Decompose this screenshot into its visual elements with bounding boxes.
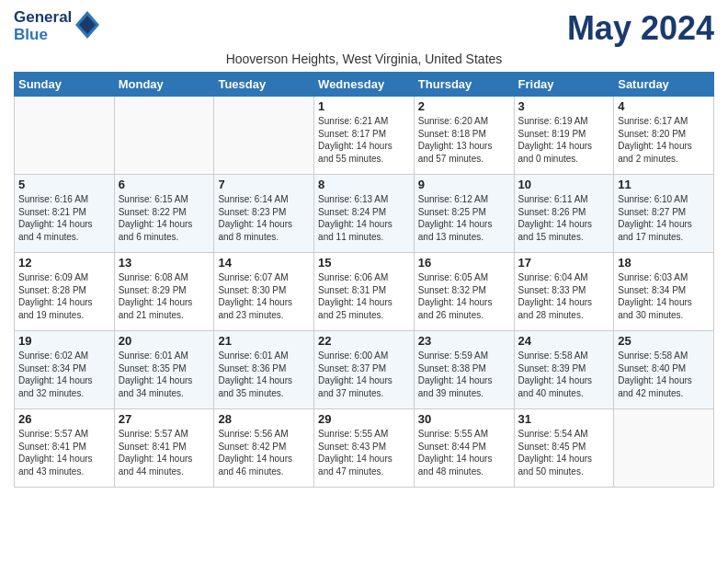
calendar-cell bbox=[614, 409, 714, 488]
day-number: 3 bbox=[518, 99, 610, 113]
calendar-cell bbox=[15, 97, 115, 175]
day-number: 25 bbox=[618, 334, 710, 348]
day-number: 5 bbox=[18, 178, 110, 191]
day-info: Sunrise: 6:14 AMSunset: 8:23 PMDaylight:… bbox=[218, 193, 310, 243]
day-number: 17 bbox=[518, 256, 610, 270]
weekday-header-thursday: Thursday bbox=[414, 73, 514, 97]
day-info: Sunrise: 5:56 AMSunset: 8:42 PMDaylight:… bbox=[218, 428, 310, 477]
day-number: 10 bbox=[518, 178, 610, 191]
calendar-cell: 28Sunrise: 5:56 AMSunset: 8:42 PMDayligh… bbox=[214, 409, 314, 488]
day-number: 16 bbox=[418, 256, 510, 270]
calendar-cell: 12Sunrise: 6:09 AMSunset: 8:28 PMDayligh… bbox=[15, 253, 115, 331]
day-number: 18 bbox=[618, 256, 710, 270]
day-info: Sunrise: 6:06 AMSunset: 8:31 PMDaylight:… bbox=[318, 271, 410, 321]
day-info: Sunrise: 6:09 AMSunset: 8:28 PMDaylight:… bbox=[18, 271, 110, 321]
day-info: Sunrise: 5:59 AMSunset: 8:38 PMDaylight:… bbox=[418, 350, 510, 399]
day-number: 23 bbox=[418, 334, 510, 348]
weekday-header-saturday: Saturday bbox=[614, 73, 714, 97]
day-number: 4 bbox=[618, 99, 710, 113]
calendar-cell: 24Sunrise: 5:58 AMSunset: 8:39 PMDayligh… bbox=[514, 331, 614, 409]
page: General Blue May 2024 Hooverson Heights,… bbox=[0, 0, 728, 497]
calendar-cell: 6Sunrise: 6:15 AMSunset: 8:22 PMDaylight… bbox=[114, 175, 214, 253]
day-number: 19 bbox=[18, 334, 110, 348]
calendar-cell: 13Sunrise: 6:08 AMSunset: 8:29 PMDayligh… bbox=[114, 253, 214, 331]
day-number: 21 bbox=[218, 334, 310, 348]
day-info: Sunrise: 6:21 AMSunset: 8:17 PMDaylight:… bbox=[318, 115, 410, 165]
day-info: Sunrise: 5:58 AMSunset: 8:39 PMDaylight:… bbox=[518, 350, 610, 399]
header: General Blue May 2024 bbox=[14, 9, 714, 48]
day-info: Sunrise: 6:16 AMSunset: 8:21 PMDaylight:… bbox=[18, 193, 110, 243]
calendar-cell: 27Sunrise: 5:57 AMSunset: 8:41 PMDayligh… bbox=[114, 409, 214, 488]
calendar-cell: 3Sunrise: 6:19 AMSunset: 8:19 PMDaylight… bbox=[514, 97, 614, 175]
day-info: Sunrise: 5:57 AMSunset: 8:41 PMDaylight:… bbox=[119, 428, 210, 477]
day-info: Sunrise: 6:19 AMSunset: 8:19 PMDaylight:… bbox=[518, 115, 610, 165]
day-info: Sunrise: 6:17 AMSunset: 8:20 PMDaylight:… bbox=[618, 115, 710, 165]
day-info: Sunrise: 6:12 AMSunset: 8:25 PMDaylight:… bbox=[418, 193, 510, 243]
day-info: Sunrise: 6:05 AMSunset: 8:32 PMDaylight:… bbox=[418, 271, 510, 321]
week-row-5: 26Sunrise: 5:57 AMSunset: 8:41 PMDayligh… bbox=[15, 409, 714, 488]
calendar-cell: 30Sunrise: 5:55 AMSunset: 8:44 PMDayligh… bbox=[414, 409, 514, 488]
day-info: Sunrise: 6:20 AMSunset: 8:18 PMDaylight:… bbox=[418, 115, 510, 165]
day-info: Sunrise: 6:07 AMSunset: 8:30 PMDaylight:… bbox=[218, 271, 310, 321]
day-number: 2 bbox=[418, 99, 510, 113]
calendar-cell: 23Sunrise: 5:59 AMSunset: 8:38 PMDayligh… bbox=[414, 331, 514, 409]
calendar-cell: 19Sunrise: 6:02 AMSunset: 8:34 PMDayligh… bbox=[15, 331, 115, 409]
day-info: Sunrise: 6:04 AMSunset: 8:33 PMDaylight:… bbox=[518, 271, 610, 321]
day-number: 7 bbox=[218, 178, 310, 191]
weekday-header-friday: Friday bbox=[514, 73, 614, 97]
calendar-cell: 9Sunrise: 6:12 AMSunset: 8:25 PMDaylight… bbox=[414, 175, 514, 253]
logo: General Blue bbox=[14, 9, 99, 43]
day-info: Sunrise: 6:10 AMSunset: 8:27 PMDaylight:… bbox=[618, 193, 710, 243]
calendar-cell bbox=[114, 97, 214, 175]
day-number: 9 bbox=[418, 178, 510, 191]
logo-text: General Blue bbox=[14, 9, 99, 43]
calendar-cell: 25Sunrise: 5:58 AMSunset: 8:40 PMDayligh… bbox=[614, 331, 714, 409]
calendar-cell: 2Sunrise: 6:20 AMSunset: 8:18 PMDaylight… bbox=[414, 97, 514, 175]
calendar-cell: 5Sunrise: 6:16 AMSunset: 8:21 PMDaylight… bbox=[15, 175, 115, 253]
calendar-cell: 4Sunrise: 6:17 AMSunset: 8:20 PMDaylight… bbox=[614, 97, 714, 175]
calendar-cell: 21Sunrise: 6:01 AMSunset: 8:36 PMDayligh… bbox=[214, 331, 314, 409]
day-number: 30 bbox=[418, 412, 510, 426]
calendar-cell: 7Sunrise: 6:14 AMSunset: 8:23 PMDaylight… bbox=[214, 175, 314, 253]
logo-blue: Blue bbox=[14, 27, 72, 44]
calendar-table: SundayMondayTuesdayWednesdayThursdayFrid… bbox=[14, 72, 714, 488]
day-info: Sunrise: 5:57 AMSunset: 8:41 PMDaylight:… bbox=[18, 428, 110, 477]
calendar-cell: 20Sunrise: 6:01 AMSunset: 8:35 PMDayligh… bbox=[114, 331, 214, 409]
calendar-cell: 18Sunrise: 6:03 AMSunset: 8:34 PMDayligh… bbox=[614, 253, 714, 331]
day-number: 26 bbox=[18, 412, 110, 426]
day-number: 8 bbox=[318, 178, 410, 191]
day-number: 29 bbox=[318, 412, 410, 426]
calendar-cell: 10Sunrise: 6:11 AMSunset: 8:26 PMDayligh… bbox=[514, 175, 614, 253]
location: Hooverson Heights, West Virginia, United… bbox=[14, 52, 714, 66]
week-row-3: 12Sunrise: 6:09 AMSunset: 8:28 PMDayligh… bbox=[15, 253, 714, 331]
day-number: 12 bbox=[18, 256, 110, 270]
day-info: Sunrise: 6:01 AMSunset: 8:36 PMDaylight:… bbox=[218, 350, 310, 399]
calendar-cell: 11Sunrise: 6:10 AMSunset: 8:27 PMDayligh… bbox=[614, 175, 714, 253]
calendar-cell: 26Sunrise: 5:57 AMSunset: 8:41 PMDayligh… bbox=[15, 409, 115, 488]
logo-icon bbox=[75, 11, 99, 39]
calendar-cell: 29Sunrise: 5:55 AMSunset: 8:43 PMDayligh… bbox=[314, 409, 415, 488]
day-number: 22 bbox=[318, 334, 410, 348]
weekday-header-monday: Monday bbox=[114, 73, 214, 97]
day-info: Sunrise: 6:03 AMSunset: 8:34 PMDaylight:… bbox=[618, 271, 710, 321]
weekday-header-wednesday: Wednesday bbox=[314, 73, 415, 97]
day-info: Sunrise: 5:55 AMSunset: 8:43 PMDaylight:… bbox=[318, 428, 410, 477]
day-number: 11 bbox=[618, 178, 710, 191]
day-number: 6 bbox=[119, 178, 210, 191]
day-number: 1 bbox=[318, 99, 410, 113]
week-row-4: 19Sunrise: 6:02 AMSunset: 8:34 PMDayligh… bbox=[15, 331, 714, 409]
calendar-cell bbox=[214, 97, 314, 175]
day-info: Sunrise: 6:15 AMSunset: 8:22 PMDaylight:… bbox=[119, 193, 210, 243]
day-number: 31 bbox=[518, 412, 610, 426]
calendar-cell: 31Sunrise: 5:54 AMSunset: 8:45 PMDayligh… bbox=[514, 409, 614, 488]
day-info: Sunrise: 6:08 AMSunset: 8:29 PMDaylight:… bbox=[119, 271, 210, 321]
month-title: May 2024 bbox=[567, 9, 714, 48]
day-info: Sunrise: 5:54 AMSunset: 8:45 PMDaylight:… bbox=[518, 428, 610, 477]
calendar-cell: 17Sunrise: 6:04 AMSunset: 8:33 PMDayligh… bbox=[514, 253, 614, 331]
day-info: Sunrise: 6:02 AMSunset: 8:34 PMDaylight:… bbox=[18, 350, 110, 399]
weekday-header-sunday: Sunday bbox=[15, 73, 115, 97]
day-info: Sunrise: 6:13 AMSunset: 8:24 PMDaylight:… bbox=[318, 193, 410, 243]
week-row-1: 1Sunrise: 6:21 AMSunset: 8:17 PMDaylight… bbox=[15, 97, 714, 175]
calendar-cell: 1Sunrise: 6:21 AMSunset: 8:17 PMDaylight… bbox=[314, 97, 415, 175]
day-number: 28 bbox=[218, 412, 310, 426]
